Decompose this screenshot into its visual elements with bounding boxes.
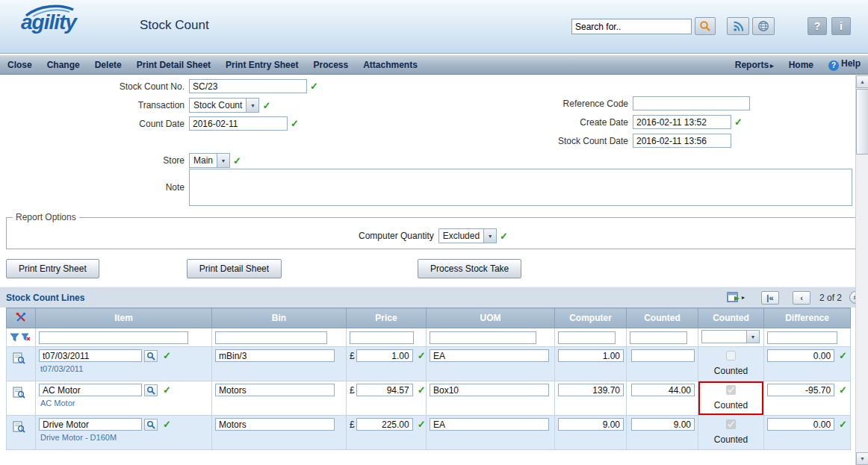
preview-icon[interactable] [13, 352, 25, 366]
uom-input[interactable] [430, 384, 549, 396]
difference-input[interactable] [767, 418, 834, 431]
difference-input[interactable] [767, 384, 834, 396]
computer-qty-input[interactable] [558, 418, 624, 431]
info-button[interactable]: i [831, 17, 851, 35]
counted-checkbox[interactable] [726, 351, 736, 361]
first-page-button[interactable]: |« [761, 291, 779, 305]
clear-filter-icon[interactable] [21, 333, 31, 342]
filter-input-bin[interactable] [215, 331, 327, 344]
filter-input-price[interactable] [350, 331, 414, 344]
price-input[interactable] [356, 384, 413, 396]
transaction-select[interactable]: Stock Count ▼ [189, 98, 259, 113]
bin-input[interactable] [215, 349, 335, 362]
difference-input[interactable] [767, 349, 834, 362]
reference-code-input[interactable] [633, 96, 750, 110]
toolbar-help[interactable]: ?Help [821, 58, 868, 71]
filter-input-uom[interactable] [430, 331, 536, 344]
create-date-input[interactable] [633, 115, 731, 129]
item-lookup-button[interactable] [144, 350, 158, 362]
toolbar-change[interactable]: Change [40, 60, 87, 70]
filter-input-difference[interactable] [767, 331, 837, 344]
rss-button[interactable] [727, 17, 749, 35]
chevron-down-icon: ▼ [246, 99, 258, 112]
item-input[interactable] [39, 384, 142, 396]
counted-checkbox[interactable] [726, 385, 736, 395]
search-input[interactable] [571, 19, 692, 34]
price-input[interactable] [356, 418, 413, 431]
export-button[interactable]: ▸ [727, 292, 745, 303]
stock-count-date-input[interactable] [633, 134, 731, 148]
counted-qty-input[interactable] [631, 384, 695, 396]
counted-qty-input[interactable] [631, 418, 695, 431]
filter-input-computer[interactable] [558, 331, 616, 344]
stock-count-no-input[interactable] [189, 79, 307, 93]
vertical-scrollbar[interactable]: ▲ ▼ [855, 75, 868, 465]
counted-checkbox[interactable] [726, 419, 736, 429]
item-input[interactable] [39, 418, 142, 431]
toolbar-home[interactable]: Home [781, 60, 821, 70]
grid-settings-header-cell[interactable] [7, 308, 36, 328]
app-logo[interactable]: agility [21, 10, 76, 34]
uom-input[interactable] [430, 418, 549, 431]
toolbar-reports[interactable]: Reports▸ [728, 60, 781, 70]
item-lookup-button[interactable] [144, 384, 158, 396]
price-cell: £ ✓ [347, 381, 427, 416]
column-header-item[interactable]: Item [36, 308, 212, 328]
toolbar-delete[interactable]: Delete [87, 60, 129, 70]
counted-qty-input[interactable] [631, 349, 695, 362]
scroll-up-button[interactable]: ▲ [856, 75, 868, 88]
column-header-bin[interactable]: Bin [212, 308, 347, 328]
print-detail-sheet-button[interactable]: Print Detail Sheet [187, 259, 282, 278]
store-select[interactable]: Main ▼ [189, 153, 230, 168]
uom-input[interactable] [430, 349, 549, 362]
item-cell: ✓ AC Motor [36, 381, 212, 416]
toolbar-process[interactable]: Process [306, 60, 356, 70]
search-button[interactable] [695, 17, 716, 35]
count-date-input[interactable] [189, 116, 288, 131]
scrollbar-thumb[interactable] [856, 89, 868, 155]
computer-qty-input[interactable] [558, 384, 624, 396]
column-header-counted[interactable]: Counted [627, 308, 698, 328]
previous-page-button[interactable]: ‹ [793, 291, 810, 305]
computer-qty-input[interactable] [558, 349, 624, 362]
computer-quantity-select[interactable]: Excluded ▼ [438, 228, 497, 243]
column-header-counted-checkbox[interactable]: Counted [698, 308, 764, 328]
stock-count-lines-header: Stock Count Lines ▸ |« ‹ 2 of 2 « [0, 287, 868, 308]
price-input[interactable] [356, 349, 413, 362]
difference-cell: ✓ [764, 416, 851, 450]
filter-input-item[interactable] [39, 331, 188, 344]
process-stock-take-button[interactable]: Process Stock Take [418, 259, 521, 278]
item-cell: ✓ t07/03/2011 [36, 347, 212, 381]
apply-filter-icon[interactable] [10, 333, 19, 342]
toolbar-print-entry-sheet[interactable]: Print Entry Sheet [218, 60, 306, 70]
toolbar-close[interactable]: Close [0, 60, 40, 70]
stock-count-date-label: Stock Count Date [418, 136, 633, 146]
bin-input[interactable] [215, 384, 335, 396]
rss-icon [733, 21, 744, 32]
preview-icon[interactable] [13, 387, 25, 401]
bin-input[interactable] [215, 418, 335, 431]
print-entry-sheet-button[interactable]: Print Entry Sheet [6, 259, 99, 278]
toolbar-attachments[interactable]: Attachments [356, 60, 425, 70]
column-header-price[interactable]: Price [347, 308, 427, 328]
help-button[interactable]: ? [807, 17, 827, 35]
counted-qty-cell [627, 347, 698, 381]
column-header-computer[interactable]: Computer [555, 308, 627, 328]
app-header: agility Stock Count ? i [0, 0, 868, 54]
valid-check-icon: ✓ [839, 384, 847, 396]
note-textarea[interactable] [189, 169, 852, 206]
filter-input-counted[interactable] [630, 331, 687, 344]
globe-button[interactable] [752, 17, 775, 35]
filter-select-counted[interactable]: ▼ [701, 330, 760, 343]
toolbar-print-detail-sheet[interactable]: Print Detail Sheet [129, 60, 218, 70]
grid-title: Stock Count Lines [6, 293, 84, 303]
column-header-difference[interactable]: Difference [764, 308, 851, 328]
magnifier-icon [146, 420, 155, 429]
uom-cell [427, 416, 555, 450]
item-lookup-button[interactable] [144, 419, 158, 431]
page-title: Stock Count [140, 18, 209, 33]
item-input[interactable] [39, 349, 142, 362]
scroll-down-button[interactable]: ▼ [856, 452, 868, 465]
column-header-uom[interactable]: UOM [427, 308, 555, 328]
preview-icon[interactable] [13, 421, 25, 435]
